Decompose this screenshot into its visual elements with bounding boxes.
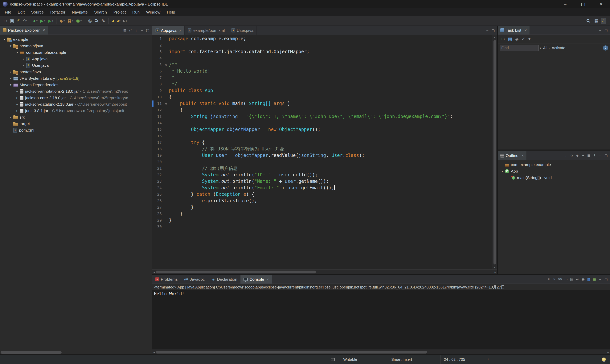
code-line-16[interactable]: 16 [152,133,492,139]
sort-icon[interactable]: ↕ [563,153,569,158]
tree-item-jackson-core-2-18-0-jar[interactable]: ▸jackson-core-2.18.0.jar- C:\Users\meowr… [0,95,152,101]
line-number[interactable]: 20 [152,159,163,165]
hide-non-public-icon[interactable]: ● [581,153,585,158]
view-menu-dropdown-button[interactable]: ▾ [527,36,532,42]
last-edit-location-button[interactable]: ◂ [110,18,115,24]
tree-item-pom-xml[interactable]: pom.xml [0,127,152,133]
code-line-27[interactable]: 27 } [152,204,492,210]
editor-hscrollbar[interactable]: ◂ ▸ [152,269,497,274]
tree-item-src-test-java[interactable]: ▸src/test/java [0,69,152,75]
menu-source[interactable]: Source [28,8,47,16]
new-package-button[interactable]: ▦▾ [66,18,75,24]
scroll-left-icon[interactable]: ◂ [153,270,155,274]
mark-occurrences-button[interactable]: ✎ [100,18,106,24]
menu-search[interactable]: Search [91,8,110,16]
line-number[interactable]: 26 [152,197,163,204]
scroll-lock-icon[interactable]: ▤ [569,276,574,282]
find-input[interactable] [500,45,539,51]
line-number[interactable]: 11 [152,100,163,107]
code-line-24[interactable]: 24 System.out.println("Email: " + user.g… [152,184,492,191]
code-line-3[interactable]: 3import com.fasterxml.jackson.databind.O… [152,48,492,55]
menu-edit[interactable]: Edit [14,8,28,16]
hide-fields-icon[interactable]: ◇ [569,153,574,158]
java-search-button[interactable] [93,18,100,24]
code-line-7[interactable]: 7 * [152,74,492,81]
hide-static-members-icon[interactable]: ◆ [575,153,580,158]
java-perspective-button[interactable]: J [601,18,606,24]
close-view-icon[interactable]: × [521,153,524,158]
open-type-button[interactable]: ◎ [87,18,93,24]
redo-button[interactable]: ↷ [22,18,28,24]
line-number[interactable]: 30 [152,223,163,230]
close-view-icon[interactable]: × [43,28,45,33]
close-tab-icon[interactable]: × [267,277,269,282]
outline-item-main-string-void[interactable]: main(String[]) : void [498,174,610,181]
package-explorer-tab[interactable]: Package Explorer × [0,26,48,35]
minimize-view-icon[interactable]: – [485,28,490,33]
maximize-view-icon[interactable]: ▢ [604,27,609,33]
maximize-view-icon[interactable]: ▢ [604,276,609,282]
filter-button[interactable]: ◈ [514,36,520,42]
close-tab-icon[interactable]: × [179,28,181,33]
code-line-4[interactable]: 4 [152,55,492,61]
tree-item-jackson-annotations-2-18-0-jar[interactable]: ▸jackson-annotations-2.18.0.jar- C:\User… [0,88,152,95]
collapse-all-icon[interactable]: ⊟ [122,27,127,33]
code-line-14[interactable]: 14 [152,120,492,126]
restore-trim-icon[interactable] [331,358,335,361]
expand-arrow-icon[interactable]: ▾ [500,169,505,173]
activate-button[interactable]: Activate... [552,46,569,50]
scrollbar-thumb[interactable] [493,40,496,264]
expand-arrow-icon[interactable]: ▸ [14,103,20,106]
view-menu-icon[interactable]: ⋮ [592,153,597,158]
line-number[interactable]: 12 [152,107,163,113]
maximize-view-icon[interactable]: ▢ [604,153,609,158]
code-line-8[interactable]: 8 */ [152,81,492,87]
scrollbar-track[interactable] [155,270,495,274]
code-line-2[interactable]: 2 [152,42,492,48]
line-number[interactable]: 8 [152,81,163,87]
code-line-6[interactable]: 6 * Hello world! [152,68,492,74]
help-icon[interactable]: ? [603,45,608,51]
menu-help[interactable]: Help [164,8,178,16]
close-button[interactable]: × [592,0,610,8]
line-number[interactable]: 29 [152,217,163,223]
new-wizard-button[interactable]: +▾ [1,18,9,24]
scroll-up-icon[interactable]: ▴ [492,36,497,39]
expand-arrow-icon[interactable]: ▾ [8,83,13,87]
expand-arrow-icon[interactable]: ▸ [8,70,13,74]
code-line-9[interactable]: 9public class App [152,87,492,94]
scrollbar-thumb[interactable] [156,271,316,273]
line-number[interactable]: 15 [152,126,163,133]
search-button[interactable] [585,18,592,24]
expand-arrow-icon[interactable]: ▸ [14,109,20,113]
code-line-25[interactable]: 25 } catch (Exception e) { [152,191,492,197]
link-with-editor-icon[interactable]: ⇄ [128,27,133,33]
panel-tab-console[interactable]: Console× [240,275,272,284]
line-number[interactable]: 14 [152,120,163,126]
tree-item-com-example-example[interactable]: ▾com.example.example [0,49,152,56]
tree-item-src-main-java[interactable]: ▾src/main/java [0,43,152,49]
scroll-down-icon[interactable]: ▾ [492,266,497,269]
remove-launch-icon[interactable]: × [552,276,557,282]
new-task-button[interactable]: +▾ [499,36,506,42]
explorer-hscrollbar[interactable] [0,350,152,354]
line-number[interactable]: 1 [152,36,163,42]
line-number[interactable]: 19 [152,152,163,159]
panel-tab-javadoc[interactable]: Javadoc [181,275,208,284]
expand-arrow-icon[interactable]: ▸ [21,57,26,61]
line-number[interactable]: 24 [152,184,163,191]
code-line-15[interactable]: 15 ObjectMapper objectMapper = new Objec… [152,126,492,133]
line-number[interactable]: 18 [152,146,163,152]
code-line-5[interactable]: 5⊖/** [152,61,492,68]
outline-tab[interactable]: Outline × [498,151,527,160]
expand-arrow-icon[interactable]: ▾ [1,38,7,41]
code-line-23[interactable]: 23 System.out.println("Name: " + user.ge… [152,178,492,184]
minimize-view-icon[interactable]: – [598,27,603,33]
word-wrap-icon[interactable]: ↩ [575,276,580,282]
expand-arrow-icon[interactable]: ▾ [14,51,20,54]
line-number[interactable]: 4 [152,55,163,61]
line-number[interactable]: 13 [152,113,163,120]
editor-tab-example-pom-xml[interactable]: example/pom.xml [185,26,228,35]
line-number[interactable]: 7 [152,74,163,81]
minimize-view-icon[interactable]: – [598,153,603,158]
